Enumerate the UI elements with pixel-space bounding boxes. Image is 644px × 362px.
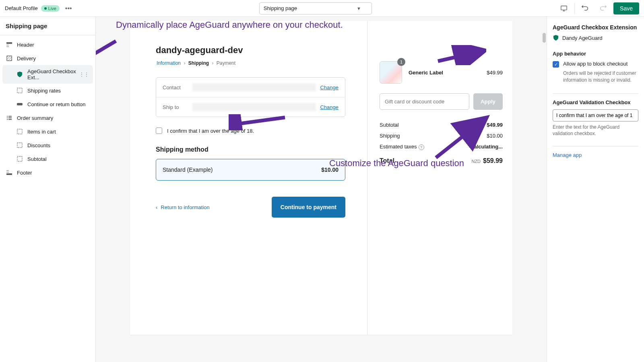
sidebar-item-discounts[interactable]: Discounts	[0, 138, 95, 152]
sidebar-item-delivery[interactable]: Delivery	[0, 51, 95, 65]
chevron-down-icon: ▼	[357, 6, 361, 11]
validation-help: Enter the text for the AgeGuard validati…	[553, 124, 638, 138]
ageguard-confirm-row[interactable]: I confirm that I am over the age of 18.	[156, 128, 345, 134]
svg-rect-18	[6, 173, 12, 175]
total-label: Total	[380, 157, 394, 165]
arrow-icon	[96, 37, 120, 73]
app-name: Dandy AgeGuard	[562, 35, 603, 41]
page-selector[interactable]: Shipping page ▼	[259, 2, 372, 14]
svg-rect-5	[17, 88, 22, 93]
svg-rect-12	[8, 119, 12, 120]
shield-icon	[16, 71, 23, 78]
shipping-option-label: Standard (Example)	[163, 167, 213, 173]
button-icon	[16, 101, 23, 108]
sidebar-item-label: Header	[17, 42, 34, 48]
confirm-text: I confirm that I am over the age of 18.	[167, 128, 254, 134]
discount-input[interactable]	[380, 93, 469, 110]
info-icon[interactable]: ?	[419, 144, 424, 150]
shipping-value: $10.00	[487, 133, 503, 139]
scrollbar[interactable]	[541, 17, 547, 362]
return-link[interactable]: ‹ Return to information	[156, 204, 210, 210]
sidebar-item-label: Order summary	[17, 115, 53, 121]
sidebar-item-label: Discounts	[27, 142, 50, 148]
svg-rect-7	[7, 116, 8, 117]
svg-rect-15	[17, 156, 22, 161]
sidebar-item-shipping-rates[interactable]: Shipping rates	[0, 84, 95, 97]
sidebar-item-label: Items in cart	[27, 129, 56, 135]
drag-handle-icon[interactable]: ⋮⋮	[79, 72, 89, 77]
return-label: Return to information	[161, 204, 209, 210]
product-name: Generic Label	[409, 70, 480, 76]
tax-label: Estimated taxes?	[380, 144, 424, 150]
change-shipto-link[interactable]: Change	[320, 104, 339, 110]
placeholder-icon	[16, 142, 23, 149]
sidebar-item-ageguard[interactable]: AgeGuard Checkbox Ext... ⋮⋮	[2, 65, 93, 84]
svg-rect-11	[7, 119, 8, 120]
save-button[interactable]: Save	[613, 2, 639, 14]
shipping-label: Shipping	[380, 133, 400, 139]
contact-label: Contact	[163, 84, 188, 90]
sidebar-item-label: Shipping rates	[27, 88, 61, 94]
desktop-icon[interactable]	[557, 2, 571, 15]
sidebar-item-label: Continue or return button	[27, 101, 86, 107]
more-icon[interactable]: •••	[63, 5, 74, 12]
settings-panel: AgeGuard Checkbox Extension Dandy AgeGua…	[547, 17, 644, 362]
sidebar-item-order-summary[interactable]: Order summary	[0, 111, 95, 125]
sidebar: Shipping page Header Delivery AgeGuard C…	[0, 17, 96, 362]
list-icon	[6, 114, 13, 121]
shipping-option-price: $10.00	[321, 167, 339, 173]
panel-title: AgeGuard Checkbox Extension	[553, 24, 638, 31]
chevron-left-icon: ‹	[156, 204, 157, 210]
shipping-method-title: Shipping method	[156, 146, 345, 153]
svg-rect-6	[17, 103, 23, 105]
live-badge: Live	[41, 5, 60, 12]
continue-button[interactable]: Continue to payment	[272, 197, 345, 218]
sidebar-item-subtotal[interactable]: Subtotal	[0, 152, 95, 166]
svg-line-19	[96, 41, 116, 67]
placeholder-icon	[16, 128, 23, 135]
shield-icon	[553, 35, 559, 41]
divider	[553, 146, 638, 146]
profile-name: Default Profile	[5, 5, 38, 11]
sidebar-item-continue-return[interactable]: Continue or return button	[0, 97, 95, 111]
shipto-value-redacted	[192, 103, 316, 111]
svg-rect-14	[17, 143, 22, 148]
shipto-label: Ship to	[163, 104, 188, 110]
redo-icon[interactable]	[596, 2, 610, 15]
shipping-method-option[interactable]: Standard (Example) $10.00	[156, 159, 345, 181]
breadcrumb-payment: Payment	[216, 60, 236, 66]
allow-block-row[interactable]: ✓ Allow app to block checkout	[553, 61, 638, 68]
change-contact-link[interactable]: Change	[320, 84, 339, 90]
section-icon	[6, 55, 13, 62]
footer-icon	[6, 169, 13, 176]
confirm-checkbox[interactable]	[156, 128, 162, 134]
svg-rect-13	[17, 129, 22, 134]
sidebar-item-header[interactable]: Header	[0, 38, 95, 51]
sidebar-item-label: AgeGuard Checkbox Ext...	[27, 68, 87, 80]
chevron-right-icon: ›	[183, 60, 186, 66]
app-identity
    : Dandy AgeGuard	[553, 35, 638, 41]
store-title: dandy-ageguard-dev	[156, 45, 345, 56]
svg-rect-0	[561, 6, 567, 10]
sidebar-item-items-in-cart[interactable]: Items in cart	[0, 125, 95, 138]
total-value: NZD$59.99	[471, 157, 503, 165]
sidebar-item-label: Footer	[17, 170, 32, 176]
placeholder-icon	[16, 87, 23, 94]
svg-rect-8	[8, 116, 12, 117]
chevron-right-icon: ›	[211, 60, 214, 66]
tax-value: Calculating...	[470, 144, 503, 150]
svg-rect-17	[6, 172, 9, 173]
apply-button[interactable]: Apply	[473, 93, 503, 110]
contact-shipto-box: Contact Change Ship to Change	[156, 77, 345, 117]
behavior-title: App behavior	[553, 51, 638, 57]
sidebar-item-label: Delivery	[17, 56, 36, 62]
sidebar-item-footer[interactable]: Footer	[0, 166, 95, 179]
sidebar-title: Shipping page	[0, 17, 95, 35]
undo-icon[interactable]	[578, 2, 592, 15]
cart-item: 1 Generic Label $49.99	[380, 33, 503, 84]
allow-block-checkbox[interactable]: ✓	[553, 61, 559, 68]
breadcrumb-info[interactable]: Information	[156, 60, 182, 66]
validation-text-input[interactable]	[553, 109, 638, 121]
manage-app-link[interactable]: Manage app	[553, 152, 638, 158]
breadcrumb-shipping: Shipping	[188, 60, 210, 66]
